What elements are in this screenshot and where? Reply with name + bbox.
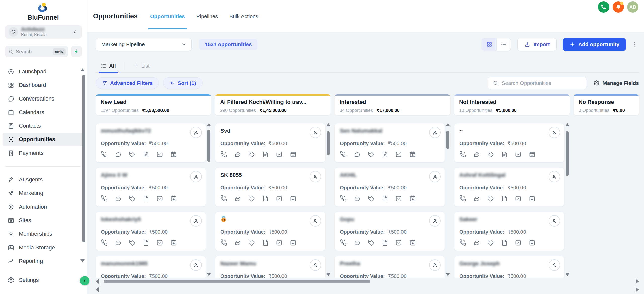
sidebar-scroll-down-icon[interactable] — [80, 259, 85, 262]
column-scroll-up-icon[interactable] — [565, 123, 569, 126]
sidebar-scrollbar[interactable] — [82, 75, 85, 242]
note-icon[interactable] — [142, 151, 149, 158]
calendar-add-icon[interactable] — [290, 151, 297, 158]
avatar[interactable]: AB — [627, 1, 638, 13]
column-scroll-down-icon[interactable] — [446, 273, 450, 276]
column-scroll-up-icon[interactable] — [207, 123, 211, 126]
assign-user-button[interactable] — [429, 127, 441, 138]
sidebar-item-media-storage[interactable]: Media Storage — [0, 241, 87, 254]
more-options-button[interactable] — [631, 38, 639, 51]
assign-user-button[interactable] — [310, 127, 321, 138]
note-icon[interactable] — [262, 239, 269, 246]
calendar-add-icon[interactable] — [409, 195, 416, 202]
note-icon[interactable] — [142, 239, 149, 246]
note-icon[interactable] — [501, 239, 508, 246]
scroll-left-icon[interactable] — [96, 287, 99, 292]
assign-user-button[interactable] — [429, 259, 441, 271]
tag-icon[interactable] — [129, 239, 136, 246]
sidebar-item-sites[interactable]: Sites — [0, 214, 87, 227]
opportunity-card[interactable]: mmusthufaqlkkv72Opportunity Value:₹500.0… — [96, 123, 206, 162]
message-icon[interactable] — [115, 239, 122, 246]
column-scroll-up-icon[interactable] — [446, 123, 450, 126]
assign-user-button[interactable] — [549, 259, 560, 271]
calendar-add-icon[interactable] — [170, 239, 177, 246]
sort-button[interactable]: Sort (1) — [163, 77, 203, 89]
column-scrollbar-thumb[interactable] — [207, 130, 210, 162]
assign-user-button[interactable] — [310, 215, 321, 227]
note-icon[interactable] — [381, 239, 388, 246]
task-icon[interactable] — [156, 239, 163, 246]
account-switcher[interactable]: Activbuzz Kochi, Kerala — [5, 25, 82, 39]
calendar-add-icon[interactable] — [529, 195, 536, 202]
column-scroll-down-icon[interactable] — [565, 273, 569, 276]
phone-icon[interactable] — [459, 239, 466, 246]
notifications-button[interactable] — [613, 1, 624, 13]
message-icon[interactable] — [115, 151, 122, 158]
sidebar-search-input[interactable] — [16, 49, 50, 55]
tag-icon[interactable] — [248, 239, 255, 246]
sidebar-collapse-button[interactable] — [80, 276, 89, 285]
note-icon[interactable] — [501, 195, 508, 202]
tag-icon[interactable] — [368, 151, 375, 158]
column-scrollbar-thumb[interactable] — [446, 131, 449, 149]
phone-icon[interactable] — [340, 195, 347, 202]
sidebar-item-settings[interactable]: Settings — [0, 273, 87, 287]
column-scrollbar[interactable] — [326, 123, 330, 277]
message-icon[interactable] — [234, 151, 241, 158]
opportunity-search-input[interactable] — [502, 80, 586, 86]
phone-icon[interactable] — [101, 239, 108, 246]
message-icon[interactable] — [354, 239, 361, 246]
add-list-tab[interactable]: List — [131, 63, 152, 72]
tag-icon[interactable] — [129, 195, 136, 202]
scrollbar-track[interactable] — [101, 280, 634, 283]
task-icon[interactable] — [395, 151, 402, 158]
calendar-add-icon[interactable] — [170, 195, 177, 202]
assign-user-button[interactable] — [549, 171, 560, 182]
calendar-add-icon[interactable] — [529, 151, 536, 158]
sidebar-item-contacts[interactable]: Contacts — [0, 119, 87, 133]
calendar-add-icon[interactable] — [409, 151, 416, 158]
opportunity-card[interactable]: Ashraf KottilingalOpportunity Value:₹500… — [454, 167, 564, 207]
column-scrollbar[interactable] — [207, 123, 211, 277]
column-scrollbar-thumb[interactable] — [566, 131, 569, 176]
message-icon[interactable] — [354, 195, 361, 202]
task-icon[interactable] — [395, 239, 402, 246]
assign-user-button[interactable] — [429, 171, 441, 182]
opportunity-card[interactable]: manumonmk1985Opportunity Value:₹500.00 — [96, 256, 206, 278]
sidebar-scroll-up-icon[interactable] — [80, 68, 85, 71]
tag-icon[interactable] — [487, 239, 494, 246]
import-button[interactable]: Import — [517, 38, 556, 51]
opportunity-card[interactable]: SakeerOpportunity Value:₹500.00 — [454, 212, 564, 251]
opportunity-card[interactable]: Ajims 0 WOpportunity Value:₹500.00 — [96, 167, 206, 207]
note-icon[interactable] — [262, 151, 269, 158]
pipeline-select[interactable]: Marketing Pipeline — [96, 38, 192, 51]
scrollbar-track[interactable] — [101, 288, 634, 291]
opportunity-search[interactable] — [488, 77, 586, 89]
message-icon[interactable] — [354, 151, 361, 158]
phone-icon[interactable] — [220, 195, 227, 202]
scroll-left-icon[interactable] — [96, 279, 99, 284]
phone-icon[interactable] — [459, 195, 466, 202]
task-icon[interactable] — [515, 239, 522, 246]
note-icon[interactable] — [381, 151, 388, 158]
sidebar-item-calendars[interactable]: Calendars — [0, 106, 87, 119]
message-icon[interactable] — [115, 195, 122, 202]
message-icon[interactable] — [234, 195, 241, 202]
note-icon[interactable] — [501, 151, 508, 158]
scroll-right-icon[interactable] — [636, 279, 639, 284]
assign-user-button[interactable] — [549, 215, 560, 227]
message-icon[interactable] — [234, 239, 241, 246]
column-header[interactable]: New Lead1197 Opportunities₹5,98,500.00 — [96, 94, 211, 115]
calendar-add-icon[interactable] — [529, 239, 536, 246]
note-icon[interactable] — [262, 195, 269, 202]
sidebar-item-opportunities[interactable]: Opportunities — [3, 133, 84, 146]
sidebar-item-automation[interactable]: Automation — [0, 200, 87, 214]
tag-icon[interactable] — [368, 239, 375, 246]
tag-icon[interactable] — [368, 195, 375, 202]
task-icon[interactable] — [276, 195, 283, 202]
calendar-add-icon[interactable] — [290, 239, 297, 246]
tag-icon[interactable] — [129, 151, 136, 158]
assign-user-button[interactable] — [310, 259, 321, 271]
phone-icon[interactable] — [101, 195, 108, 202]
column-header[interactable]: Ai Filtered Kochi/Willing to trav...290 … — [215, 94, 331, 115]
